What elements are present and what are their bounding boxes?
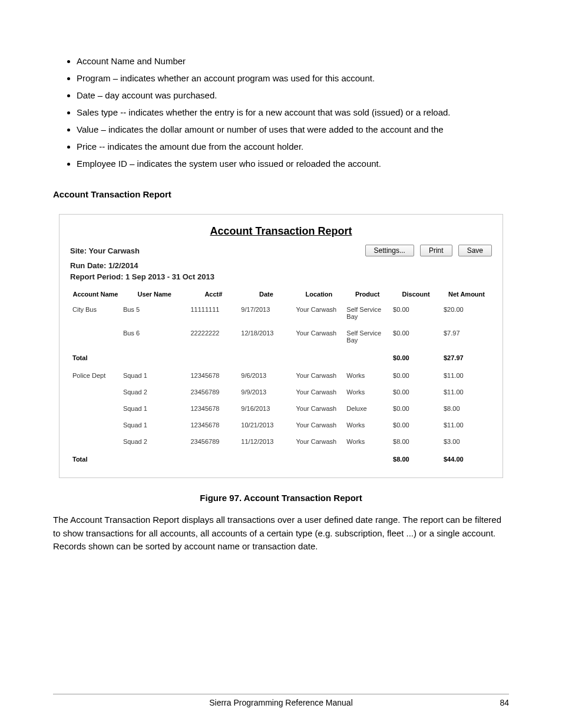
cell-date: [239, 450, 293, 469]
cell-net-amount: $8.00: [441, 400, 492, 417]
cell-discount: $0.00: [391, 348, 441, 367]
cell-location: Your Carwash: [293, 384, 344, 400]
cell-discount: $0.00: [391, 417, 441, 433]
th-acct: Acct#: [188, 287, 239, 301]
run-date-line: Run Date: 1/2/2014: [70, 261, 492, 270]
cell-account-name: Total: [70, 450, 121, 469]
cell-product: Self Service Bay: [344, 325, 391, 348]
list-item: Employee ID – indicates the system user …: [77, 156, 509, 172]
cell-product: Works: [344, 367, 391, 384]
cell-date: 9/17/2013: [239, 301, 293, 325]
th-product: Product: [344, 287, 391, 301]
th-user-name: User Name: [121, 287, 189, 301]
figure-caption: Figure 97. Account Transaction Report: [53, 493, 509, 503]
list-item: Date – day account was purchased.: [77, 87, 509, 103]
cell-discount: $0.00: [391, 400, 441, 417]
cell-acct-number: 12345678: [188, 400, 239, 417]
cell-location: [293, 450, 344, 469]
cell-location: [293, 348, 344, 367]
site-line: Site: Your Carwash: [70, 246, 140, 255]
cell-product: Works: [344, 433, 391, 450]
cell-location: Your Carwash: [293, 367, 344, 384]
cell-net-amount: $44.00: [441, 450, 492, 469]
cell-acct-number: 12345678: [188, 367, 239, 384]
cell-user-name: Squad 1: [121, 367, 189, 384]
cell-location: Your Carwash: [293, 400, 344, 417]
print-button[interactable]: Print: [420, 245, 452, 256]
cell-date: 12/18/2013: [239, 325, 293, 348]
report-table: Account Name User Name Acct# Date Locati…: [70, 287, 492, 469]
report-panel: Account Transaction Report Site: Your Ca…: [59, 214, 503, 478]
cell-acct-number: [188, 348, 239, 367]
cell-account-name: [70, 400, 121, 417]
cell-account-name: [70, 417, 121, 433]
cell-location: Your Carwash: [293, 433, 344, 450]
cell-user-name: Squad 2: [121, 384, 189, 400]
table-row: Squad 22345678911/12/2013Your CarwashWor…: [70, 433, 492, 450]
cell-user-name: Bus 6: [121, 325, 189, 348]
settings-button[interactable]: Settings...: [365, 245, 414, 256]
cell-account-name: [70, 325, 121, 348]
th-date: Date: [239, 287, 293, 301]
list-item: Account Name and Number: [77, 53, 509, 69]
cell-net-amount: $11.00: [441, 384, 492, 400]
cell-account-name: [70, 384, 121, 400]
cell-acct-number: 23456789: [188, 433, 239, 450]
cell-product: Works: [344, 384, 391, 400]
th-net-amount: Net Amount: [441, 287, 492, 301]
list-item: Price -- indicates the amount due from t…: [77, 139, 509, 154]
cell-location: Your Carwash: [293, 417, 344, 433]
cell-date: 9/16/2013: [239, 400, 293, 417]
table-row: Squad 1123456789/16/2013Your CarwashDelu…: [70, 400, 492, 417]
field-description-list: Account Name and Number Program – indica…: [77, 53, 509, 172]
cell-date: 10/21/2013: [239, 417, 293, 433]
cell-discount: $0.00: [391, 384, 441, 400]
cell-product: Self Service Bay: [344, 301, 391, 325]
cell-discount: $8.00: [391, 450, 441, 469]
footer-title: Sierra Programming Reference Manual: [88, 698, 474, 707]
cell-location: Your Carwash: [293, 325, 344, 348]
list-item: Program – indicates whether an account p…: [77, 70, 509, 86]
cell-product: Deluxe: [344, 400, 391, 417]
cell-user-name: [121, 450, 189, 469]
cell-acct-number: 22222222: [188, 325, 239, 348]
table-row: Squad 2234567899/9/2013Your CarwashWorks…: [70, 384, 492, 400]
cell-product: [344, 348, 391, 367]
cell-net-amount: $3.00: [441, 433, 492, 450]
th-location: Location: [293, 287, 344, 301]
cell-location: Your Carwash: [293, 301, 344, 325]
cell-product: [344, 450, 391, 469]
footer-page-number: 84: [474, 698, 509, 707]
page-footer: Sierra Programming Reference Manual 84: [53, 694, 509, 707]
cell-user-name: Squad 1: [121, 417, 189, 433]
cell-product: Works: [344, 417, 391, 433]
list-item: Value – indicates the dollar amount or n…: [77, 121, 509, 137]
cell-acct-number: 11111111: [188, 301, 239, 325]
cell-net-amount: $11.00: [441, 367, 492, 384]
cell-account-name: Total: [70, 348, 121, 367]
cell-user-name: Squad 1: [121, 400, 189, 417]
cell-acct-number: [188, 450, 239, 469]
cell-net-amount: $27.97: [441, 348, 492, 367]
cell-user-name: Bus 5: [121, 301, 189, 325]
table-row: City BusBus 5111111119/17/2013Your Carwa…: [70, 301, 492, 325]
table-row: Bus 62222222212/18/2013Your CarwashSelf …: [70, 325, 492, 348]
list-item: Sales type -- indicates whether the entr…: [77, 104, 509, 120]
cell-account-name: City Bus: [70, 301, 121, 325]
cell-acct-number: 23456789: [188, 384, 239, 400]
body-paragraph: The Account Transaction Report displays …: [53, 513, 509, 554]
cell-user-name: Squad 2: [121, 433, 189, 450]
cell-user-name: [121, 348, 189, 367]
cell-date: 11/12/2013: [239, 433, 293, 450]
section-heading: Account Transaction Report: [53, 189, 509, 199]
report-title: Account Transaction Report: [70, 225, 492, 238]
cell-account-name: Police Dept: [70, 367, 121, 384]
th-account-name: Account Name: [70, 287, 121, 301]
cell-date: [239, 348, 293, 367]
cell-date: 9/9/2013: [239, 384, 293, 400]
save-button[interactable]: Save: [458, 245, 492, 256]
cell-date: 9/6/2013: [239, 367, 293, 384]
cell-discount: $0.00: [391, 325, 441, 348]
cell-net-amount: $20.00: [441, 301, 492, 325]
cell-discount: $0.00: [391, 367, 441, 384]
